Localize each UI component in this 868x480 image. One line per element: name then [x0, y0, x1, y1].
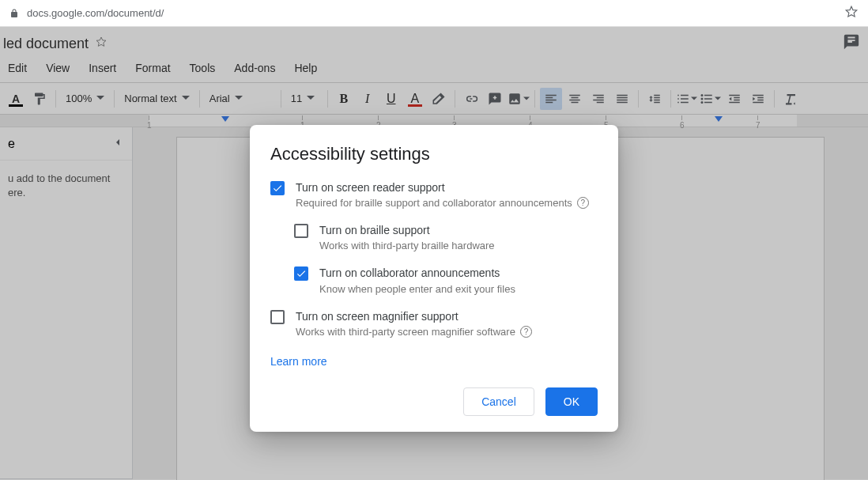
cancel-button[interactable]: Cancel: [463, 387, 534, 416]
magnifier-checkbox[interactable]: [270, 310, 285, 324]
magnifier-label: Turn on screen magnifier support: [296, 309, 532, 323]
modal-overlay: Accessibility settings Turn on screen re…: [0, 27, 868, 480]
ok-button[interactable]: OK: [545, 387, 598, 416]
collaborator-checkbox[interactable]: [294, 266, 308, 281]
magnifier-desc: Works with third-party screen magnifier …: [296, 326, 515, 338]
screen-reader-desc: Required for braille support and collabo…: [296, 197, 572, 209]
bookmark-star-icon[interactable]: [844, 5, 859, 21]
collaborator-label: Turn on collaborator announcements: [319, 266, 515, 280]
accessibility-settings-dialog: Accessibility settings Turn on screen re…: [250, 125, 618, 432]
braille-desc: Works with third-party braille hardware: [319, 240, 495, 251]
collaborator-desc: Know when people enter and exit your fil…: [319, 283, 515, 295]
screen-reader-label: Turn on screen reader support: [296, 180, 589, 195]
screen-reader-checkbox[interactable]: [270, 181, 285, 195]
dialog-title: Accessibility settings: [270, 144, 598, 164]
browser-url-bar: docs.google.com/document/d/: [0, 0, 868, 27]
learn-more-link[interactable]: Learn more: [270, 355, 327, 368]
braille-label: Turn on braille support: [319, 223, 495, 237]
braille-checkbox[interactable]: [294, 224, 308, 238]
help-icon[interactable]: ?: [520, 326, 532, 338]
url-text[interactable]: docs.google.com/document/d/: [27, 7, 164, 19]
help-icon[interactable]: ?: [577, 197, 589, 209]
lock-icon: [9, 8, 19, 19]
